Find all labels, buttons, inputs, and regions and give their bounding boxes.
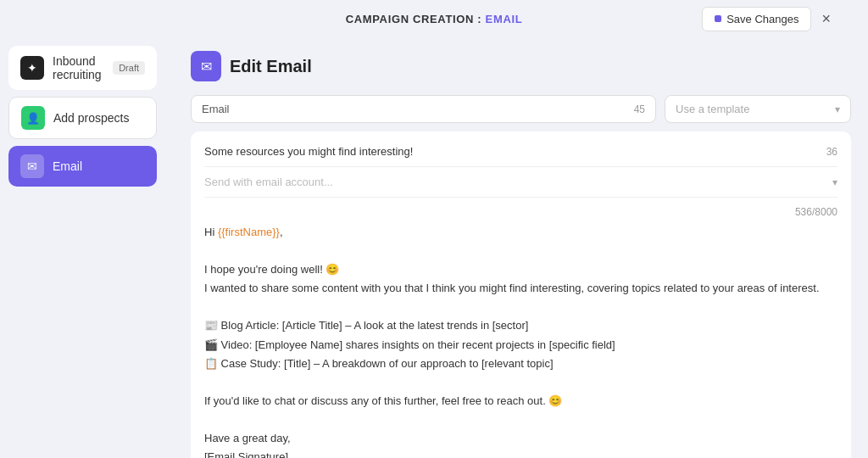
editor-card: Some resources you might find interestin… xyxy=(191,131,851,458)
add-prospects-icon: 👤 xyxy=(21,106,45,130)
page-title: Edit Email xyxy=(230,57,312,76)
body-char-count: 536/8000 xyxy=(795,206,837,218)
top-bar-actions: Save Changes × xyxy=(702,7,834,31)
sidebar-item-inbound-label: Inbound recruiting xyxy=(53,54,104,81)
save-changes-button[interactable]: Save Changes xyxy=(702,7,811,31)
email-char-count: 45 xyxy=(634,103,645,115)
sidebar-item-add-prospects-label: Add prospects xyxy=(53,111,130,125)
email-field[interactable]: Email 45 xyxy=(191,95,656,123)
draft-badge: Draft xyxy=(113,61,145,75)
sidebar-item-email[interactable]: ✉ Email xyxy=(8,146,157,187)
sidebar-item-inbound[interactable]: ✦ Inbound recruiting Draft xyxy=(8,46,157,90)
campaign-title: CAMPAIGN CREATION : Email xyxy=(346,11,523,26)
sidebar: ✦ Inbound recruiting Draft 👤 Add prospec… xyxy=(0,37,165,458)
chevron-down-icon: ▾ xyxy=(835,103,840,115)
subject-text: Some resources you might find interestin… xyxy=(204,145,413,158)
save-icon xyxy=(715,15,721,22)
firstname-token: {{firstName}} xyxy=(218,226,280,238)
close-button[interactable]: × xyxy=(818,7,834,31)
subject-row: Some resources you might find interestin… xyxy=(204,145,837,167)
template-select[interactable]: Use a template ▾ xyxy=(665,95,851,123)
email-field-label: Email xyxy=(202,103,230,115)
send-account-row[interactable]: Send with email account... ▾ xyxy=(204,176,837,198)
main-content: ✉ Edit Email Email 45 Use a template ▾ S… xyxy=(174,37,868,458)
sidebar-item-email-label: Email xyxy=(53,159,82,173)
edit-email-header: ✉ Edit Email xyxy=(191,51,851,81)
edit-email-icon: ✉ xyxy=(191,51,221,81)
send-account-placeholder: Send with email account... xyxy=(204,176,333,188)
template-placeholder: Use a template xyxy=(676,103,749,115)
email-body[interactable]: Hi {{firstName}}, I hope you're doing we… xyxy=(204,223,837,458)
fields-row: Email 45 Use a template ▾ xyxy=(191,95,851,123)
send-account-chevron-icon: ▾ xyxy=(832,176,837,188)
top-bar: CAMPAIGN CREATION : Email Save Changes × xyxy=(0,0,868,37)
sidebar-item-add-prospects[interactable]: 👤 Add prospects xyxy=(8,97,157,139)
subject-char-count: 36 xyxy=(826,146,837,158)
inbound-icon: ✦ xyxy=(20,56,44,80)
char-count-row: 536/8000 xyxy=(204,206,837,218)
email-sidebar-icon: ✉ xyxy=(20,154,44,178)
